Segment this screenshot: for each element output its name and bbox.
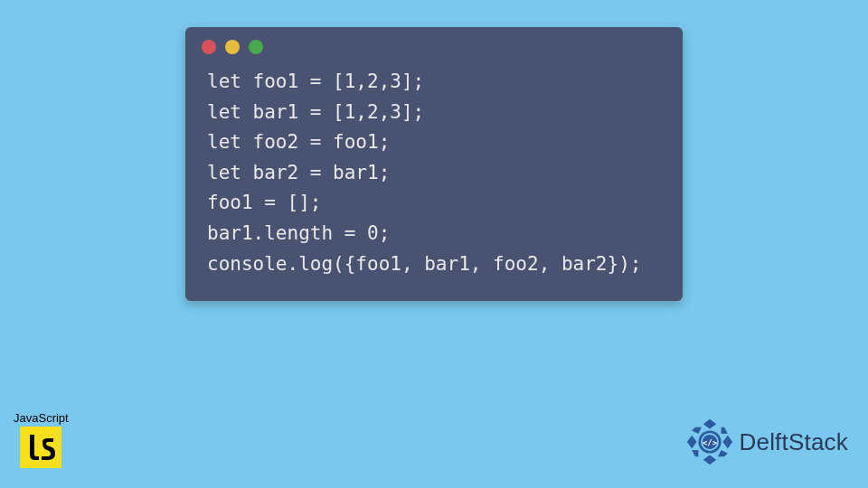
brand-name: DelftStack (740, 428, 849, 456)
code-window: let foo1 = [1,2,3]; let bar1 = [1,2,3]; … (185, 27, 683, 301)
svg-marker-5 (718, 450, 728, 456)
javascript-badge: JavaScript (14, 411, 69, 468)
svg-marker-1 (722, 436, 732, 448)
javascript-label: JavaScript (14, 411, 69, 425)
minimize-dot-icon (225, 40, 240, 54)
svg-marker-0 (703, 419, 715, 429)
code-block: let foo1 = [1,2,3]; let bar1 = [1,2,3]; … (185, 63, 683, 285)
brand-logo: </> DelftStack (685, 418, 849, 466)
svg-marker-7 (692, 427, 702, 434)
svg-marker-2 (703, 455, 715, 465)
delftstack-icon: </> (685, 418, 734, 466)
close-dot-icon (202, 40, 216, 54)
javascript-logo-icon (20, 427, 61, 468)
maximize-dot-icon (249, 40, 263, 54)
svg-marker-6 (692, 450, 698, 456)
svg-marker-4 (721, 427, 727, 434)
window-traffic-lights (185, 27, 683, 63)
svg-text:</>: </> (702, 438, 717, 447)
svg-marker-3 (686, 436, 696, 448)
